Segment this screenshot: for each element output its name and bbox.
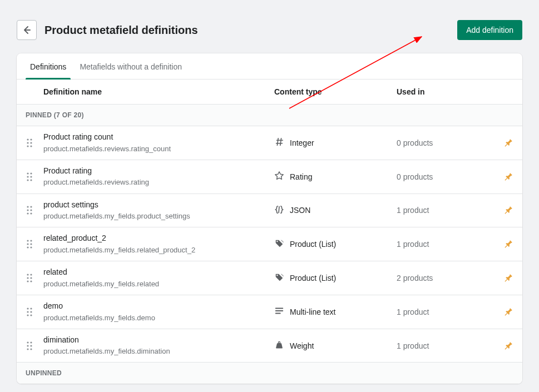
svg-point-0 [27,138,28,140]
svg-point-20 [27,244,28,245]
tag-icon [274,239,284,250]
svg-point-30 [27,307,28,309]
section-pinned: PINNED (7 OF 20) [17,105,522,126]
svg-point-38 [27,345,28,346]
table-body: Product rating countproduct.metafields.r… [17,126,522,363]
svg-point-24 [27,274,28,275]
drag-handle-icon[interactable] [26,205,43,215]
page-title: Product metafield definitions [44,24,198,37]
arrow-left-icon [21,24,32,36]
definition-cell: Product rating countproduct.metafields.r… [43,132,274,154]
pin-icon[interactable] [491,273,513,283]
definition-cell: diminationproduct.metafields.my_fields.d… [43,335,274,357]
svg-point-6 [27,172,28,174]
tag-icon [274,272,284,284]
definition-name: Product rating [43,166,274,177]
drag-handle-icon[interactable] [26,307,43,317]
table-row[interactable]: product settingsproduct.metafields.my_fi… [17,194,522,228]
pin-icon[interactable] [491,307,513,317]
svg-point-17 [30,213,32,215]
definition-name: demo [43,301,274,312]
pin-icon[interactable] [491,205,513,215]
svg-point-35 [30,314,32,316]
definition-cell: Product ratingproduct.metafields.reviews… [43,166,274,188]
svg-point-10 [27,179,28,181]
weight-icon [274,340,284,351]
svg-point-14 [27,210,28,211]
used-in-cell: 1 product [397,307,491,316]
svg-point-41 [30,348,32,350]
svg-point-13 [30,206,32,208]
used-in-cell: 1 product [397,206,491,215]
definition-path: product.metafields.my_fields.demo [43,313,274,323]
svg-point-34 [27,314,28,316]
column-header-used: Used in [397,87,491,96]
svg-point-31 [30,307,32,309]
definition-path: product.metafields.my_fields.related_pro… [43,245,274,255]
svg-point-33 [30,311,32,312]
tabs: Definitions Metafields without a definit… [17,53,522,80]
json-icon [274,205,284,216]
svg-point-37 [30,341,32,343]
svg-point-1 [30,138,32,140]
content-type-label: Product (List) [290,240,336,249]
definition-path: product.metafields.my_fields.related [43,279,274,289]
table-row[interactable]: relatedproduct.metafields.my_fields.rela… [17,261,522,295]
definition-cell: product settingsproduct.metafields.my_fi… [43,200,274,222]
svg-point-28 [27,280,28,282]
definitions-panel: Definitions Metafields without a definit… [17,53,522,384]
used-in-cell: 2 products [397,274,491,282]
svg-point-22 [27,247,28,249]
svg-point-39 [30,345,32,346]
table-header: Definition name Content type Used in [17,80,522,105]
svg-point-36 [27,341,28,343]
table-row[interactable]: Product ratingproduct.metafields.reviews… [17,160,522,194]
header-left: Product metafield definitions [17,20,198,40]
pin-icon[interactable] [491,239,513,249]
used-in-cell: 0 products [397,172,491,181]
pin-icon[interactable] [491,138,513,148]
content-type-label: Rating [290,172,312,181]
definition-name: product settings [43,200,274,211]
svg-point-7 [30,172,32,174]
lines-icon [274,306,284,317]
svg-point-21 [30,244,32,245]
pin-icon[interactable] [491,172,513,182]
content-type-label: Weight [290,341,314,350]
content-type-cell: Product (List) [274,272,397,284]
definition-name: Product rating count [43,132,274,143]
drag-handle-icon[interactable] [26,341,43,351]
svg-point-26 [27,277,28,279]
content-type-cell: Integer [274,137,397,148]
svg-point-15 [30,210,32,211]
section-unpinned: UNPINNED [17,363,522,384]
definition-path: product.metafields.my_fields.dimination [43,346,274,356]
table-row[interactable]: related_product_2product.metafields.my_f… [17,227,522,261]
definition-name: dimination [43,335,274,346]
table-row[interactable]: demoproduct.metafields.my_fields.demoMul… [17,295,522,329]
drag-handle-icon[interactable] [26,172,43,182]
svg-point-25 [30,274,32,275]
tab-definitions[interactable]: Definitions [23,53,73,79]
definition-path: product.metafields.reviews.rating_count [43,144,274,154]
table-row[interactable]: Product rating countproduct.metafields.r… [17,126,522,160]
svg-point-12 [27,206,28,208]
content-type-label: Multi-line text [290,307,335,316]
back-button[interactable] [17,20,37,40]
add-definition-button[interactable]: Add definition [457,20,522,40]
page-header: Product metafield definitions Add defini… [0,0,539,53]
svg-point-23 [30,247,32,249]
drag-handle-icon[interactable] [26,239,43,249]
definition-name: related [43,267,274,278]
svg-point-3 [30,142,32,143]
svg-point-29 [30,280,32,282]
drag-handle-icon[interactable] [26,138,43,148]
pin-icon[interactable] [491,341,513,351]
tab-metafields-without-definition[interactable]: Metafields without a definition [73,53,189,79]
svg-point-19 [30,240,32,242]
drag-handle-icon[interactable] [26,273,43,283]
table-row[interactable]: diminationproduct.metafields.my_fields.d… [17,329,522,363]
svg-point-2 [27,142,28,143]
definition-name: related_product_2 [43,233,274,244]
column-header-type: Content type [274,87,397,96]
